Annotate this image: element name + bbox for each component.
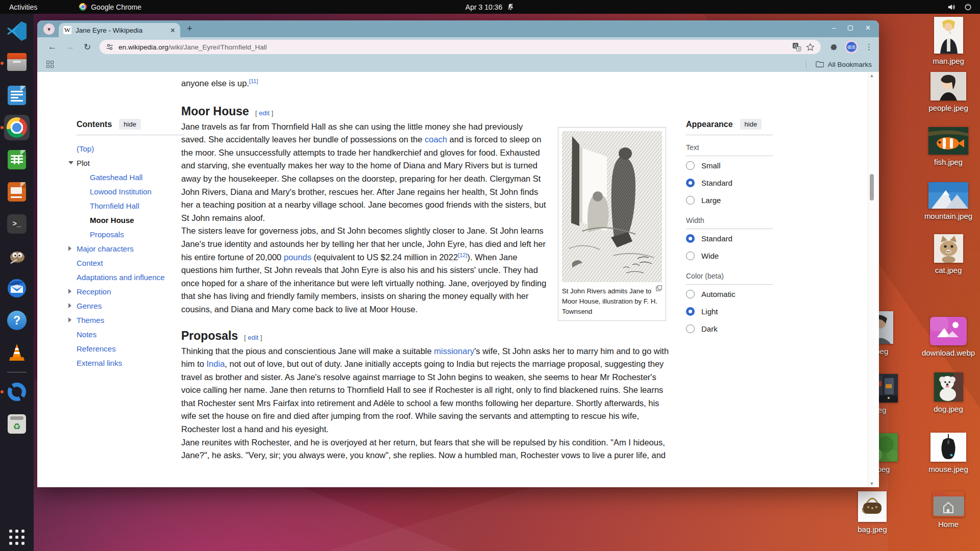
article-paragraph: Thinking that the pious and conscientiou… [181, 345, 670, 436]
dock-item-help[interactable]: ? [4, 308, 30, 333]
desktop-file-mountain[interactable]: mountain.jpeg [922, 182, 975, 220]
scrollbar-thumb[interactable] [870, 174, 874, 201]
dock-item-gimp[interactable] [4, 243, 30, 269]
toc-item-references[interactable]: References [77, 341, 185, 356]
radio-text-standard[interactable]: Standard [686, 174, 773, 191]
dock-item-vlc[interactable] [4, 340, 30, 365]
radio-icon[interactable] [686, 324, 695, 333]
man-thumbnail [934, 17, 963, 54]
radio-width-wide[interactable]: Wide [686, 247, 773, 264]
minimize-button[interactable]: – [832, 24, 836, 32]
focused-app-menu[interactable]: Google Chrome [79, 3, 141, 11]
clock-menu[interactable]: Apr 3 10:36 [465, 3, 514, 11]
dock-item-libreoffice-writer[interactable] [4, 83, 30, 108]
radio-color-automatic[interactable]: Automatic [686, 286, 773, 302]
tab-search-button[interactable]: ▾ [43, 23, 55, 35]
radio-color-light[interactable]: Light [686, 303, 773, 319]
chevron-right-icon[interactable] [68, 246, 71, 251]
toc-item-plot[interactable]: Plot [77, 156, 185, 170]
toc-item-lowood-institution[interactable]: Lowood Institution [77, 184, 185, 198]
forward-button[interactable]: → [66, 42, 75, 52]
toc-item-adaptations[interactable]: Adaptations and influence [77, 270, 185, 284]
dock-item-software-updater[interactable] [4, 379, 30, 405]
desktop-file-mouse[interactable]: mouse.jpeg [922, 433, 975, 473]
toc-item-major-characters[interactable]: Major characters [77, 241, 185, 256]
toc-item-notes[interactable]: Notes [77, 327, 185, 341]
radio-icon[interactable] [686, 161, 695, 170]
help-icon: ? [7, 311, 27, 330]
toc-item-external-links[interactable]: External links [77, 356, 185, 370]
radio-icon[interactable] [686, 252, 695, 260]
desktop-file-man[interactable]: man.jpeg [922, 17, 975, 65]
chevron-right-icon[interactable] [68, 317, 71, 322]
desktop-file-people[interactable]: people.jpeg [922, 72, 975, 112]
toc-item-proposals[interactable]: Proposals [77, 227, 185, 241]
new-tab-button[interactable]: + [187, 23, 192, 34]
article-figure[interactable]: St John Rivers admits Jane to Moor House… [558, 127, 666, 321]
desktop-file-bag[interactable]: bag.jpeg [853, 491, 892, 534]
toc-item-top[interactable]: (Top) [77, 141, 185, 156]
toc-item-thornfield-hall[interactable]: Thornfield Hall [77, 198, 185, 213]
article-paragraph: anyone else is up.[11] [181, 77, 550, 90]
all-bookmarks-button[interactable]: All Bookmarks [806, 60, 872, 68]
radio-text-large[interactable]: Large [686, 192, 773, 208]
appearance-hide-button[interactable]: hide [740, 119, 762, 130]
translate-icon[interactable]: G [792, 42, 801, 52]
radio-width-standard[interactable]: Standard [686, 230, 773, 246]
toc-item-gateshead-hall[interactable]: Gateshead Hall [77, 170, 185, 184]
scroll-up-arrow[interactable]: ▲ [868, 73, 875, 78]
back-button[interactable]: ← [48, 42, 57, 52]
activities-button[interactable]: Activities [9, 3, 37, 11]
dock-item-libreoffice-impress[interactable] [4, 179, 30, 205]
edit-section-link[interactable]: [ edit ] [244, 331, 262, 345]
address-bar[interactable]: en.wikipedia.org/wiki/Jane_Eyre#Thornfie… [100, 40, 821, 54]
radio-text-small[interactable]: Small [686, 157, 773, 173]
dock-item-trash[interactable]: ♻ [4, 411, 30, 437]
desktop-home-folder[interactable]: Home [922, 491, 975, 529]
page-scrollbar[interactable]: ▲ ▼ [868, 72, 875, 487]
toc-hide-button[interactable]: hide [119, 119, 141, 130]
apps-grid-icon[interactable] [46, 61, 54, 68]
close-button[interactable]: ✕ [865, 24, 871, 32]
system-status-area[interactable] [948, 3, 972, 11]
dock-item-terminal[interactable]: >_ [4, 211, 30, 237]
toc-item-reception[interactable]: Reception [77, 284, 185, 298]
radio-icon[interactable] [686, 290, 695, 298]
active-tab[interactable]: W Jane Eyre - Wikipedia ✕ [59, 23, 180, 37]
radio-selected-icon[interactable] [686, 307, 695, 316]
bookmark-star-icon[interactable] [806, 43, 815, 52]
toc-item-context[interactable]: Context [77, 256, 185, 270]
site-info-icon[interactable] [106, 43, 114, 51]
people-thumbnail [930, 72, 966, 101]
profile-avatar[interactable]: 德浩 [845, 40, 858, 54]
chevron-down-icon[interactable] [68, 161, 74, 164]
chevron-right-icon[interactable] [68, 289, 71, 294]
radio-selected-icon[interactable] [686, 179, 695, 187]
show-applications-button[interactable] [9, 530, 24, 545]
desktop-file-fish[interactable]: fish.jpeg [922, 127, 975, 166]
dock-item-libreoffice-calc[interactable] [4, 147, 30, 172]
dock-item-google-chrome[interactable] [4, 115, 30, 140]
desktop-file-dog[interactable]: dog.jpeg [922, 372, 975, 413]
enlarge-icon[interactable] [656, 285, 662, 291]
toc-item-themes[interactable]: Themes [77, 313, 185, 327]
edit-section-link[interactable]: [ edit ] [255, 106, 273, 120]
radio-icon[interactable] [686, 196, 695, 205]
browser-menu-icon[interactable]: ⋮ [865, 42, 873, 52]
radio-selected-icon[interactable] [686, 234, 695, 243]
maximize-button[interactable] [848, 26, 853, 31]
extensions-icon[interactable] [828, 42, 838, 52]
toc-item-moor-house[interactable]: Moor House [77, 213, 185, 227]
chevron-right-icon[interactable] [68, 303, 71, 308]
tab-close-icon[interactable]: ✕ [170, 27, 176, 34]
radio-color-dark[interactable]: Dark [686, 320, 773, 337]
url-text: en.wikipedia.org/wiki/Jane_Eyre#Thornfie… [118, 43, 266, 51]
dock-item-files[interactable] [4, 51, 30, 76]
desktop-file-cat[interactable]: cat.jpeg [922, 234, 975, 274]
toc-item-genres[interactable]: Genres [77, 298, 185, 313]
scroll-down-arrow[interactable]: ▼ [868, 481, 875, 486]
reload-button[interactable]: ↻ [84, 42, 91, 53]
dock-item-thunderbird[interactable] [4, 276, 30, 301]
desktop-file-download[interactable]: download.webp [922, 317, 975, 357]
dock-item-vscode[interactable] [4, 18, 30, 44]
